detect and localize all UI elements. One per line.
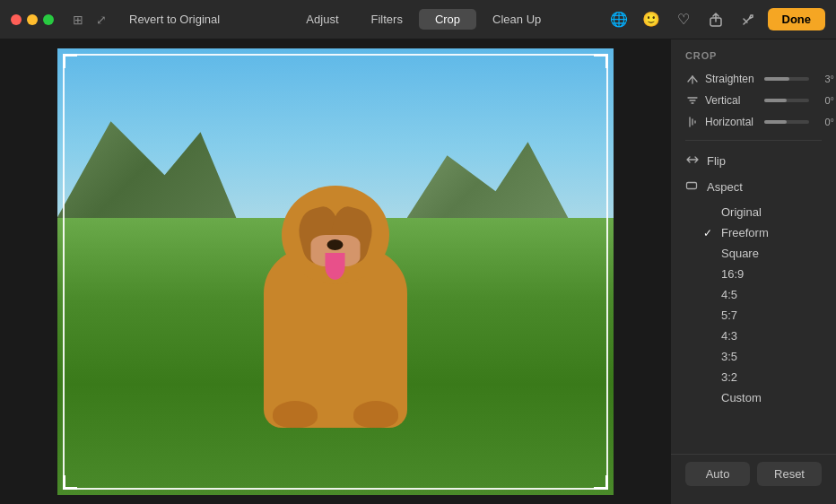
flip-item[interactable]: Flip [671,148,836,174]
close-button[interactable] [11,14,22,25]
panel-bottom: Auto Reset [671,454,836,493]
auto-button[interactable]: Auto [685,462,750,486]
titlebar: ⊞ ⤢ Revert to Original Adjust Filters Cr… [0,0,836,39]
window-controls: ⊞ ⤢ [68,13,111,27]
crop-border [63,54,608,490]
svg-rect-2 [687,183,697,189]
right-panel: CROP Straighten 3° Vertical [670,39,836,504]
crop-handle-top-right[interactable] [594,54,608,68]
minimize-button[interactable] [27,14,38,25]
panel-title: CROP [671,50,836,68]
nav-bar: Adjust Filters Crop Clean Up [256,9,591,30]
aspect-option-freeform[interactable]: ✓ Freeform [671,222,836,243]
aspect-option-4-5[interactable]: 4:5 [671,284,836,305]
crop-handle-bottom-left[interactable] [63,475,77,490]
reset-button[interactable]: Reset [757,462,822,486]
horizontal-icon [685,115,700,129]
aspect-option-square[interactable]: Square [671,243,836,264]
aspect-option-custom[interactable]: Custom [671,387,836,408]
aspect-option-label: 3:2 [721,370,737,384]
horizontal-value: 0° [814,117,834,127]
vertical-value: 0° [814,95,834,106]
aspect-option-label: 4:5 [721,288,737,301]
flip-label: Flip [707,154,726,168]
fullscreen-button[interactable]: ⤢ [91,13,111,27]
aspect-option-label: 5:7 [721,308,737,322]
crop-handle-top-left[interactable] [63,54,77,68]
revert-button[interactable]: Revert to Original [118,9,231,30]
tab-crop[interactable]: Crop [419,9,476,30]
aspect-check-freeform: ✓ [703,227,716,239]
emoji-icon-button[interactable]: 🙂 [639,7,664,32]
maximize-button[interactable] [43,14,54,25]
photo-container [57,48,614,495]
crop-handle-bottom-right[interactable] [594,475,608,490]
tools-icon-button[interactable] [736,7,761,32]
tab-cleanup[interactable]: Clean Up [476,9,557,30]
traffic-lights [11,14,54,25]
horizontal-row: Horizontal 0° [671,111,836,133]
heart-icon-button[interactable]: ♡ [671,7,696,32]
divider-1 [685,140,822,141]
straighten-row: Straighten 3° [671,68,836,90]
sidebar-toggle-button[interactable]: ⊞ [68,13,88,27]
aspect-option-label: Freeform [721,226,769,239]
aspect-option-label: Original [721,205,762,219]
aspect-option-label: Square [721,247,759,260]
share-icon-button[interactable] [703,7,728,32]
globe-icon-button[interactable]: 🌐 [606,7,631,32]
aspect-icon [685,179,700,195]
aspect-option-original[interactable]: Original [671,202,836,222]
toolbar-right: 🌐 🙂 ♡ Done [606,7,826,32]
tab-adjust[interactable]: Adjust [290,9,354,30]
flip-icon [685,153,700,169]
vertical-label: Vertical [705,94,759,107]
aspect-option-4-3[interactable]: 4:3 [671,326,836,346]
aspect-option-label: Custom [721,391,762,404]
aspect-option-5-7[interactable]: 5:7 [671,305,836,326]
straighten-label: Straighten [705,73,759,85]
vertical-row: Vertical 0° [671,90,836,111]
aspect-options: Original ✓ Freeform Square 16:9 [671,200,836,410]
image-area[interactable] [0,39,670,504]
aspect-option-3-5[interactable]: 3:5 [671,346,836,367]
horizontal-slider[interactable] [764,120,809,124]
vertical-slider[interactable] [764,99,809,102]
tab-filters[interactable]: Filters [355,9,419,30]
straighten-slider[interactable] [764,77,809,81]
crop-overlay[interactable] [57,48,614,495]
aspect-option-label: 3:5 [721,350,737,363]
aspect-section: Aspect Original ✓ Freeform Square [671,174,836,410]
vertical-icon [685,93,700,108]
aspect-label: Aspect [707,180,743,194]
main-content: CROP Straighten 3° Vertical [0,39,836,504]
aspect-header[interactable]: Aspect [671,174,836,200]
horizontal-label: Horizontal [705,116,759,128]
aspect-option-16-9[interactable]: 16:9 [671,264,836,284]
aspect-option-3-2[interactable]: 3:2 [671,367,836,387]
straighten-icon [685,72,700,86]
straighten-value: 3° [814,74,834,84]
aspect-option-label: 4:3 [721,329,737,343]
aspect-option-label: 16:9 [721,267,744,281]
done-button[interactable]: Done [768,8,826,30]
